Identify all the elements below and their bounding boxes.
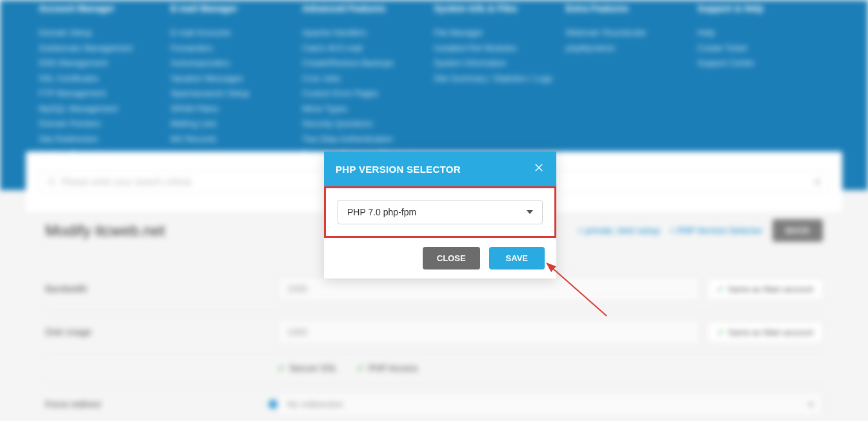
nav-link[interactable]: Mime Types [302, 103, 434, 115]
disk-label: Disk Usage [45, 327, 278, 337]
chevron-down-icon: ▾ [809, 399, 813, 409]
nav-column: Extra FeaturesWebmail: RoundcubephpMyAdm… [566, 3, 698, 163]
nav-link[interactable]: Site Redirection [39, 133, 170, 146]
check-icon: ✓ [717, 284, 724, 294]
php-version-select[interactable]: PHP 7.0 php-fpm [338, 200, 543, 224]
secure-ssl-check[interactable]: ✓Secure SSL [278, 363, 338, 373]
nav-link[interactable]: Custom Error Pages [302, 87, 434, 100]
nav-link[interactable]: Cron Jobs [302, 72, 434, 85]
bandwidth-label: Bandwidth [45, 284, 278, 294]
nav-column-title: System Info & Files [434, 3, 566, 14]
nav-column: Advanced FeaturesApache HandlersCatch-Al… [302, 3, 434, 163]
nav-link[interactable]: Autoresponders [170, 57, 302, 70]
nav-column-title: E-mail Manager [170, 3, 302, 14]
nav-column-title: Account Manager [39, 3, 170, 14]
modal-header: PHP VERSION SELECTOR [324, 152, 556, 186]
close-icon [533, 162, 545, 173]
nav-link[interactable]: Site Summary / Statistics / Logs [434, 72, 566, 85]
nav-column: Support & HelpHelpCreate TicketSupport C… [698, 3, 829, 163]
nav-link[interactable]: Installed Perl Modules [434, 42, 566, 55]
nav-link[interactable]: Catch-All E-mail [302, 42, 434, 55]
nav-link[interactable]: Mailing Lists [170, 117, 302, 130]
nav-link[interactable]: Support Center [698, 57, 829, 70]
nav-link[interactable]: phpMyAdmin [566, 42, 698, 55]
search-icon [47, 177, 56, 186]
nav-link[interactable]: FTP Management [39, 87, 170, 100]
check-icon: ✓ [278, 363, 285, 373]
nav-link[interactable]: Webmail: Roundcube [566, 26, 698, 39]
nav-link[interactable]: Subdomain Management [39, 42, 170, 55]
php-version-selector-link[interactable]: + PHP Version Selector [670, 226, 762, 235]
page-title: Modify itcweb.net [45, 222, 165, 240]
nav-link[interactable]: Domain Setup [39, 26, 170, 39]
nav-link[interactable]: Domain Pointers [39, 117, 170, 130]
modal-title: PHP VERSION SELECTOR [336, 164, 461, 175]
chevron-down-icon [527, 207, 533, 217]
disk-row: Disk Usage 1000 ✓Same as Main account [45, 311, 823, 354]
php-version-selector-modal: PHP VERSION SELECTOR PHP 7.0 php-fpm CLO… [324, 152, 556, 279]
close-button[interactable]: CLOSE [423, 247, 480, 269]
back-button[interactable]: BACK [772, 219, 823, 242]
nav-column-title: Advanced Features [302, 3, 434, 14]
nav-link[interactable]: Forwarders [170, 42, 302, 55]
nav-link[interactable]: System Information [434, 57, 566, 70]
nav-link[interactable]: DNS Management [39, 57, 170, 70]
nav-link[interactable]: MySQL Management [39, 103, 170, 115]
nav-link[interactable]: Spamassassin Setup [170, 87, 302, 100]
check-icon: ✓ [357, 363, 365, 373]
modal-close-button[interactable] [533, 162, 545, 176]
ssl-php-row: ✓Secure SSL ✓PHP Access [45, 354, 823, 383]
force-redirect-row: Force redirect No redirection ▾ [45, 383, 823, 421]
modal-footer: CLOSE SAVE [324, 238, 556, 279]
search-placeholder: Please enter your search criteria [61, 177, 192, 187]
nav-link[interactable]: Vacation Messages [170, 72, 302, 85]
php-version-selected: PHP 7.0 php-fpm [347, 207, 416, 217]
php-access-check[interactable]: ✓PHP Access [357, 363, 418, 373]
bandwidth-same-tag[interactable]: ✓Same as Main account [707, 279, 823, 300]
nav-link[interactable]: MX Records [170, 133, 302, 146]
nav-column: System Info & FilesFile ManagerInstalled… [434, 3, 566, 163]
redirect-select[interactable]: No redirection ▾ [278, 392, 823, 416]
nav-column: E-mail ManagerE-mail AccountsForwardersA… [170, 3, 302, 163]
nav-link[interactable]: File Manager [434, 26, 566, 39]
search-indicator-icon [814, 179, 821, 185]
nav-column-title: Support & Help [698, 3, 829, 14]
nav-link[interactable]: Security Questions [302, 117, 434, 130]
bandwidth-input[interactable]: 1000 [278, 277, 700, 301]
nav-link[interactable]: SPAM Filters [170, 103, 302, 115]
save-button[interactable]: SAVE [489, 247, 545, 269]
nav-column-title: Extra Features [566, 3, 698, 14]
nav-link[interactable]: Two-Step Authentication [302, 133, 434, 146]
nav-link[interactable]: SSL Certificates [39, 72, 170, 85]
modal-body: PHP 7.0 php-fpm [324, 186, 556, 238]
force-redirect-label: Force redirect [45, 399, 101, 409]
header-actions: + private_html setup + PHP Version Selec… [578, 219, 823, 242]
nav-link[interactable]: Create Ticket [698, 42, 829, 55]
nav-column: Account ManagerDomain SetupSubdomain Man… [39, 3, 170, 163]
svg-line-1 [53, 183, 56, 186]
info-icon [268, 400, 278, 409]
nav-link[interactable]: Apache Handlers [302, 26, 434, 39]
svg-point-0 [48, 179, 54, 184]
nav-link[interactable]: Help [698, 26, 829, 39]
disk-input[interactable]: 1000 [278, 320, 700, 344]
check-icon: ✓ [717, 328, 724, 337]
disk-same-tag[interactable]: ✓Same as Main account [707, 322, 823, 343]
private-html-setup-link[interactable]: + private_html setup [578, 226, 660, 235]
nav-link[interactable]: E-mail Accounts [170, 26, 302, 39]
nav-link[interactable]: Create/Restore Backups [302, 57, 434, 70]
